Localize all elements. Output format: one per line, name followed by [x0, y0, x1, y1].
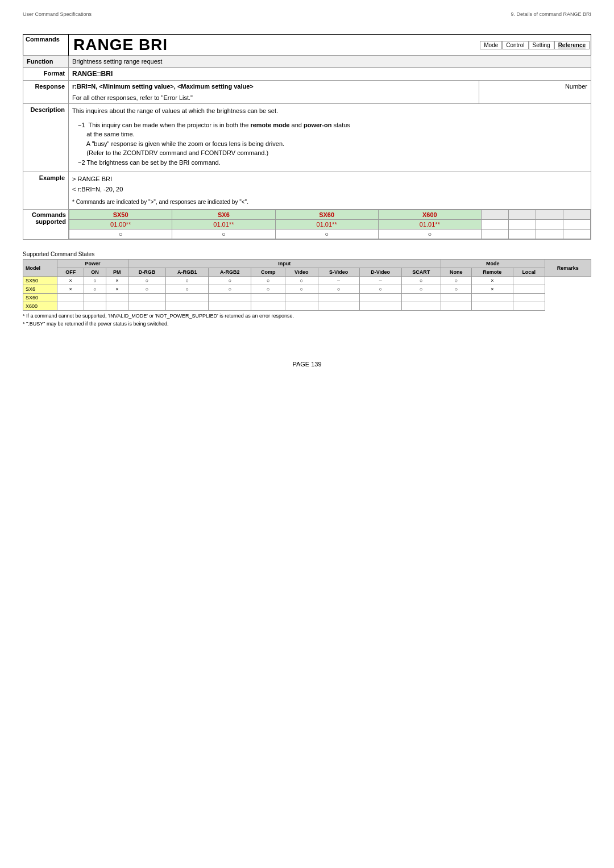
supported-table: SX50 SX6 SX60 X600 01.00** 01.01** 01.01…: [69, 210, 591, 239]
tab-control[interactable]: Control: [502, 41, 528, 49]
circle-x600: ○: [378, 229, 481, 239]
function-row: Function Brightness setting range reques…: [23, 56, 591, 68]
title-row: Commands RANGE BRI Mode Control Setting …: [23, 35, 591, 56]
response-row: Response r:BRI=N, <Minimum setting value…: [23, 81, 591, 104]
example-line1: > RANGE BRI: [72, 174, 587, 185]
example-line2: < r:BRI=N, -20, 20: [72, 185, 587, 195]
function-label: Function: [23, 56, 69, 68]
example-label: Example: [23, 172, 69, 210]
commands-supported-label: Commandssupported: [23, 210, 69, 240]
format-label: Format: [23, 68, 69, 81]
page-header: User Command Specifications 9. Details o…: [23, 11, 591, 17]
description-main: This inquires about the range of values …: [72, 106, 587, 116]
response-line1: r:BRI=N, <Minimum setting value>, <Maxim…: [72, 83, 475, 90]
col-sx60: SX60: [275, 210, 378, 220]
response-label: Response: [23, 81, 69, 104]
col-empty1: [482, 210, 509, 220]
col-svideo: S-Video: [318, 268, 359, 277]
model-x600: X600: [23, 302, 57, 311]
circle-sx6: ○: [172, 229, 275, 239]
example-row: Example > RANGE BRI < r:BRI=N, -20, 20 *…: [23, 172, 591, 210]
command-table: Commands RANGE BRI Mode Control Setting …: [23, 34, 591, 240]
model-sx6: SX6: [23, 285, 57, 294]
description-label: Description: [23, 104, 69, 172]
col-remarks: Remarks: [545, 260, 591, 277]
col-power-group: Power: [57, 260, 128, 268]
circle-sx60: ○: [275, 229, 378, 239]
col-sx6: SX6: [172, 210, 275, 220]
ver-sx60: 01.01**: [275, 220, 378, 229]
supported-header-row: SX50 SX6 SX60 X600: [69, 210, 591, 220]
col-video: Video: [285, 268, 318, 277]
example-cell: > RANGE BRI < r:BRI=N, -20, 20 * Command…: [69, 172, 591, 210]
footnote1: * If a command cannot be supported, 'INV…: [23, 313, 591, 319]
states-header-row1: Model Power Input Mode Remarks: [23, 260, 591, 268]
col-scart: SCART: [401, 268, 441, 277]
supported-circles-row: ○ ○ ○ ○: [69, 229, 591, 239]
header-left: User Command Specifications: [23, 11, 92, 17]
supported-versions-row: 01.00** 01.01** 01.01** 01.01**: [69, 220, 591, 229]
tab-mode[interactable]: Mode: [480, 41, 502, 49]
col-remote: Remote: [472, 268, 513, 277]
ver-sx50: 01.00**: [69, 220, 172, 229]
response-number: Number: [479, 81, 591, 104]
command-title: RANGE BRI: [73, 36, 168, 53]
col-dvideo: D-Video: [359, 268, 401, 277]
col-off: OFF: [57, 268, 84, 277]
col-local: Local: [513, 268, 545, 277]
col-mode-group: Mode: [441, 260, 545, 268]
header-right: 9. Details of command RANGE BRI: [511, 11, 591, 17]
circle-sx50: ○: [69, 229, 172, 239]
states-row-sx6: SX6 × ○ × ○ ○ ○ ○ ○ ○ ○ ○ ○ ×: [23, 285, 591, 294]
tab-reference[interactable]: Reference: [554, 41, 590, 49]
ver-sx6: 01.01**: [172, 220, 275, 229]
description-cell: This inquires about the range of values …: [69, 104, 591, 172]
description-bullet-1: −1 This inquiry can be made when the pro…: [78, 120, 587, 168]
format-value: RANGE□BRI: [72, 70, 113, 78]
mode-tabs: Mode Control Setting Reference: [480, 41, 590, 49]
function-value: Brightness setting range request: [69, 56, 591, 68]
format-row: Format RANGE□BRI: [23, 68, 591, 81]
description-row: Description This inquires about the rang…: [23, 104, 591, 172]
col-argb1: A-RGB1: [166, 268, 209, 277]
states-row-sx50: SX50 × ○ × ○ ○ ○ ○ ○ – – ○ ○ ×: [23, 277, 591, 285]
states-header-row2: OFF ON PM D-RGB A-RGB1 A-RGB2 Comp Video…: [23, 268, 591, 277]
model-sx60: SX60: [23, 294, 57, 302]
page-number: PAGE 139: [292, 361, 321, 368]
col-on: ON: [84, 268, 106, 277]
states-table: Model Power Input Mode Remarks OFF ON PM…: [23, 259, 591, 311]
tab-setting[interactable]: Setting: [529, 41, 554, 49]
model-sx50: SX50: [23, 277, 57, 285]
col-input-group: Input: [128, 260, 441, 268]
col-x600: X600: [378, 210, 481, 220]
col-argb2: A-RGB2: [209, 268, 251, 277]
footnote2: * ":BUSY" may be returned if the power s…: [23, 321, 591, 327]
col-none: None: [441, 268, 471, 277]
commands-label: Commands: [23, 35, 69, 56]
page-footer: PAGE 139: [23, 361, 591, 368]
states-section: Supported Command States Model Power Inp…: [23, 251, 591, 327]
example-note: * Commands are indicated by ">", and res…: [72, 198, 587, 207]
col-comp: Comp: [251, 268, 285, 277]
states-row-x600: X600: [23, 302, 591, 311]
col-empty2: [508, 210, 536, 220]
col-model: Model: [23, 260, 57, 277]
ver-x600: 01.01**: [378, 220, 481, 229]
col-pm: PM: [106, 268, 128, 277]
response-line2: For all other responses, refer to "Error…: [72, 94, 475, 101]
states-row-sx60: SX60: [23, 294, 591, 302]
col-drgb: D-RGB: [128, 268, 165, 277]
col-empty3: [536, 210, 563, 220]
col-empty4: [563, 210, 590, 220]
commands-supported-row: Commandssupported SX50 SX6 SX60 X600 01.…: [23, 210, 591, 240]
col-sx50: SX50: [69, 210, 172, 220]
states-title: Supported Command States: [23, 251, 591, 257]
